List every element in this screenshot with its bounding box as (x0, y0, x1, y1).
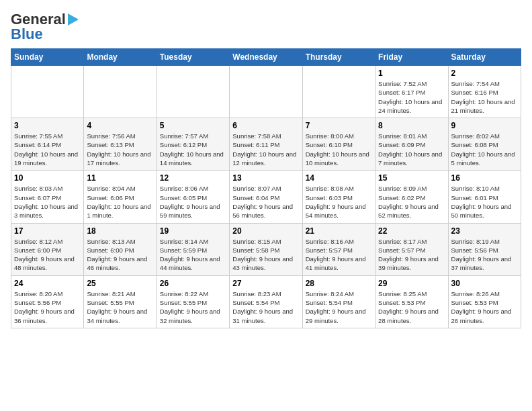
header-day-thursday: Thursday (302, 49, 375, 66)
day-info: Sunrise: 8:17 AM Sunset: 5:57 PM Dayligh… (378, 237, 445, 273)
day-number: 11 (87, 173, 153, 183)
day-info: Sunrise: 8:07 AM Sunset: 6:04 PM Dayligh… (232, 184, 299, 220)
day-info: Sunrise: 8:13 AM Sunset: 6:00 PM Dayligh… (87, 237, 153, 273)
day-number: 20 (232, 226, 299, 236)
day-number: 17 (14, 226, 81, 236)
logo-blue-text: Blue (11, 26, 43, 43)
day-info: Sunrise: 7:52 AM Sunset: 6:17 PM Dayligh… (378, 79, 445, 115)
calendar-week-1: 1Sunrise: 7:52 AM Sunset: 6:17 PM Daylig… (11, 66, 521, 118)
day-info: Sunrise: 8:02 AM Sunset: 6:08 PM Dayligh… (451, 132, 518, 167)
calendar-cell: 22Sunrise: 8:17 AM Sunset: 5:57 PM Dayli… (375, 223, 448, 275)
calendar-week-3: 10Sunrise: 8:03 AM Sunset: 6:07 PM Dayli… (11, 171, 521, 223)
calendar-week-5: 24Sunrise: 8:20 AM Sunset: 5:56 PM Dayli… (11, 275, 521, 328)
calendar-cell: 7Sunrise: 8:00 AM Sunset: 6:10 PM Daylig… (302, 118, 375, 171)
calendar-cell: 15Sunrise: 8:09 AM Sunset: 6:02 PM Dayli… (375, 171, 448, 223)
calendar-cell (157, 66, 229, 118)
header-day-tuesday: Tuesday (157, 49, 229, 66)
header-day-saturday: Saturday (448, 49, 521, 66)
day-number: 28 (306, 279, 372, 288)
day-number: 10 (14, 173, 81, 183)
day-info: Sunrise: 8:06 AM Sunset: 6:05 PM Dayligh… (160, 184, 226, 220)
day-info: Sunrise: 8:19 AM Sunset: 5:56 PM Dayligh… (451, 237, 518, 273)
calendar-week-2: 3Sunrise: 7:55 AM Sunset: 6:14 PM Daylig… (11, 118, 521, 171)
calendar-cell: 19Sunrise: 8:14 AM Sunset: 5:59 PM Dayli… (157, 223, 229, 275)
day-info: Sunrise: 8:14 AM Sunset: 5:59 PM Dayligh… (160, 237, 226, 273)
calendar-cell: 25Sunrise: 8:21 AM Sunset: 5:55 PM Dayli… (84, 275, 157, 328)
day-number: 23 (451, 226, 518, 236)
day-info: Sunrise: 8:20 AM Sunset: 5:56 PM Dayligh… (14, 289, 81, 325)
calendar-cell: 9Sunrise: 8:02 AM Sunset: 6:08 PM Daylig… (448, 118, 521, 171)
day-info: Sunrise: 8:08 AM Sunset: 6:03 PM Dayligh… (306, 184, 372, 220)
day-number: 13 (232, 173, 299, 183)
day-number: 8 (378, 121, 445, 130)
day-number: 25 (87, 279, 153, 288)
calendar-cell: 26Sunrise: 8:22 AM Sunset: 5:55 PM Dayli… (157, 275, 229, 328)
day-number: 26 (160, 279, 226, 288)
calendar-cell: 27Sunrise: 8:23 AM Sunset: 5:54 PM Dayli… (230, 275, 302, 328)
calendar-week-4: 17Sunrise: 8:12 AM Sunset: 6:00 PM Dayli… (11, 223, 521, 275)
calendar-header-row: SundayMondayTuesdayWednesdayThursdayFrid… (11, 49, 521, 66)
day-info: Sunrise: 8:16 AM Sunset: 5:57 PM Dayligh… (306, 237, 372, 273)
calendar-cell (302, 66, 375, 118)
logo-arrow-icon (68, 13, 79, 26)
day-number: 3 (14, 121, 81, 130)
day-info: Sunrise: 8:23 AM Sunset: 5:54 PM Dayligh… (232, 289, 299, 325)
day-number: 12 (160, 173, 226, 183)
calendar-cell: 24Sunrise: 8:20 AM Sunset: 5:56 PM Dayli… (11, 275, 84, 328)
day-number: 24 (14, 279, 81, 288)
day-number: 18 (87, 226, 153, 236)
day-number: 4 (87, 121, 153, 130)
calendar-cell: 17Sunrise: 8:12 AM Sunset: 6:00 PM Dayli… (11, 223, 84, 275)
calendar-cell: 18Sunrise: 8:13 AM Sunset: 6:00 PM Dayli… (84, 223, 157, 275)
day-info: Sunrise: 8:10 AM Sunset: 6:01 PM Dayligh… (451, 184, 518, 220)
day-number: 27 (232, 279, 299, 288)
day-info: Sunrise: 8:21 AM Sunset: 5:55 PM Dayligh… (87, 289, 153, 325)
calendar-cell: 30Sunrise: 8:26 AM Sunset: 5:53 PM Dayli… (448, 275, 521, 328)
calendar-cell: 28Sunrise: 8:24 AM Sunset: 5:54 PM Dayli… (302, 275, 375, 328)
day-info: Sunrise: 7:58 AM Sunset: 6:11 PM Dayligh… (232, 132, 299, 167)
day-number: 30 (451, 279, 518, 288)
day-info: Sunrise: 8:04 AM Sunset: 6:06 PM Dayligh… (87, 184, 153, 220)
day-number: 7 (306, 121, 372, 130)
header-day-wednesday: Wednesday (230, 49, 302, 66)
day-number: 21 (306, 226, 372, 236)
day-number: 6 (232, 121, 299, 130)
day-number: 29 (378, 279, 445, 288)
calendar-cell: 13Sunrise: 8:07 AM Sunset: 6:04 PM Dayli… (230, 171, 302, 223)
calendar-cell: 8Sunrise: 8:01 AM Sunset: 6:09 PM Daylig… (375, 118, 448, 171)
day-info: Sunrise: 8:25 AM Sunset: 5:53 PM Dayligh… (378, 289, 445, 325)
day-number: 19 (160, 226, 226, 236)
header-day-monday: Monday (84, 49, 157, 66)
calendar-cell: 29Sunrise: 8:25 AM Sunset: 5:53 PM Dayli… (375, 275, 448, 328)
day-number: 15 (378, 173, 445, 183)
day-number: 9 (451, 121, 518, 130)
day-number: 22 (378, 226, 445, 236)
day-info: Sunrise: 8:00 AM Sunset: 6:10 PM Dayligh… (306, 132, 372, 167)
day-number: 16 (451, 173, 518, 183)
calendar-cell: 5Sunrise: 7:57 AM Sunset: 6:12 PM Daylig… (157, 118, 229, 171)
day-number: 2 (451, 68, 518, 78)
header: General Blue (11, 11, 521, 43)
calendar-cell: 23Sunrise: 8:19 AM Sunset: 5:56 PM Dayli… (448, 223, 521, 275)
day-info: Sunrise: 8:15 AM Sunset: 5:58 PM Dayligh… (232, 237, 299, 273)
day-number: 5 (160, 121, 226, 130)
day-info: Sunrise: 7:56 AM Sunset: 6:13 PM Dayligh… (87, 132, 153, 167)
calendar-cell: 20Sunrise: 8:15 AM Sunset: 5:58 PM Dayli… (230, 223, 302, 275)
day-number: 1 (378, 68, 445, 78)
calendar-cell: 2Sunrise: 7:54 AM Sunset: 6:16 PM Daylig… (448, 66, 521, 118)
calendar-cell: 14Sunrise: 8:08 AM Sunset: 6:03 PM Dayli… (302, 171, 375, 223)
day-info: Sunrise: 8:03 AM Sunset: 6:07 PM Dayligh… (14, 184, 81, 220)
calendar-cell: 16Sunrise: 8:10 AM Sunset: 6:01 PM Dayli… (448, 171, 521, 223)
calendar-cell (84, 66, 157, 118)
calendar-cell: 4Sunrise: 7:56 AM Sunset: 6:13 PM Daylig… (84, 118, 157, 171)
calendar-table: SundayMondayTuesdayWednesdayThursdayFrid… (11, 48, 521, 328)
calendar-cell: 6Sunrise: 7:58 AM Sunset: 6:11 PM Daylig… (230, 118, 302, 171)
logo: General Blue (11, 11, 79, 43)
calendar-cell: 3Sunrise: 7:55 AM Sunset: 6:14 PM Daylig… (11, 118, 84, 171)
calendar-cell (11, 66, 84, 118)
calendar-cell: 10Sunrise: 8:03 AM Sunset: 6:07 PM Dayli… (11, 171, 84, 223)
header-day-friday: Friday (375, 49, 448, 66)
day-info: Sunrise: 8:09 AM Sunset: 6:02 PM Dayligh… (378, 184, 445, 220)
day-info: Sunrise: 8:01 AM Sunset: 6:09 PM Dayligh… (378, 132, 445, 167)
day-info: Sunrise: 7:57 AM Sunset: 6:12 PM Dayligh… (160, 132, 226, 167)
